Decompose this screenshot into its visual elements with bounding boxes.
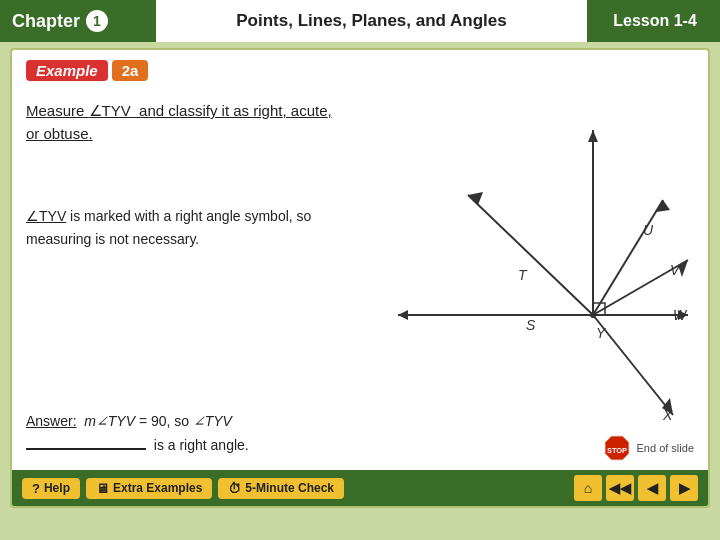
nav-prev-button[interactable]: ◀: [638, 475, 666, 501]
geometry-diagram: T U V W S Y X: [378, 100, 698, 480]
svg-text:STOP: STOP: [606, 446, 626, 455]
nav-next-button[interactable]: ▶: [670, 475, 698, 501]
svg-text:X: X: [662, 407, 673, 423]
svg-marker-4: [588, 130, 598, 142]
svg-line-7: [593, 200, 663, 315]
main-content: Example 2a Measure ∠TYV and classify it …: [10, 48, 710, 508]
svg-point-14: [590, 312, 596, 318]
svg-line-5: [468, 195, 593, 315]
svg-text:T: T: [518, 267, 528, 283]
footer: ? Help 🖥 Extra Examples ⏱ 5-Minute Check…: [12, 470, 708, 506]
chapter-number: 1: [86, 10, 108, 32]
svg-text:U: U: [643, 222, 654, 238]
answer-text: Answer: m∠TYV = 90, so ∠TYV is a right a…: [26, 410, 396, 456]
svg-marker-10: [678, 260, 688, 277]
nav-prev-prev-button[interactable]: ◀◀: [606, 475, 634, 501]
nav-home-button[interactable]: ⌂: [574, 475, 602, 501]
explanation-text: ∠TYV is marked with a right angle symbol…: [26, 205, 336, 251]
chapter-label: Chapter 1: [0, 0, 153, 42]
five-min-check-icon: ⏱: [228, 481, 241, 496]
help-button[interactable]: ? Help: [22, 478, 80, 499]
extra-examples-icon: 🖥: [96, 481, 109, 496]
svg-text:Y: Y: [596, 325, 607, 341]
end-of-slide: STOP End of slide: [603, 434, 694, 462]
extra-examples-button[interactable]: 🖥 Extra Examples: [86, 478, 212, 499]
help-icon: ?: [32, 481, 40, 496]
header-lesson: Lesson 1-4: [590, 0, 720, 42]
five-min-check-button[interactable]: ⏱ 5-Minute Check: [218, 478, 344, 499]
header-title: Points, Lines, Planes, and Angles: [153, 0, 590, 42]
svg-marker-8: [656, 200, 670, 212]
svg-text:S: S: [526, 317, 536, 333]
example-number: 2a: [112, 60, 149, 81]
stop-sign-icon: STOP: [603, 434, 631, 462]
svg-marker-1: [398, 310, 408, 320]
example-badge: Example 2a: [26, 60, 148, 81]
example-label: Example: [26, 60, 108, 81]
nav-controls: ⌂ ◀◀ ◀ ▶: [574, 475, 698, 501]
diagram-svg: T U V W S Y X: [378, 100, 698, 480]
question-text: Measure ∠TYV and classify it as right, a…: [26, 100, 346, 145]
header: Chapter 1 Points, Lines, Planes, and Ang…: [0, 0, 720, 42]
svg-text:W: W: [673, 307, 688, 323]
